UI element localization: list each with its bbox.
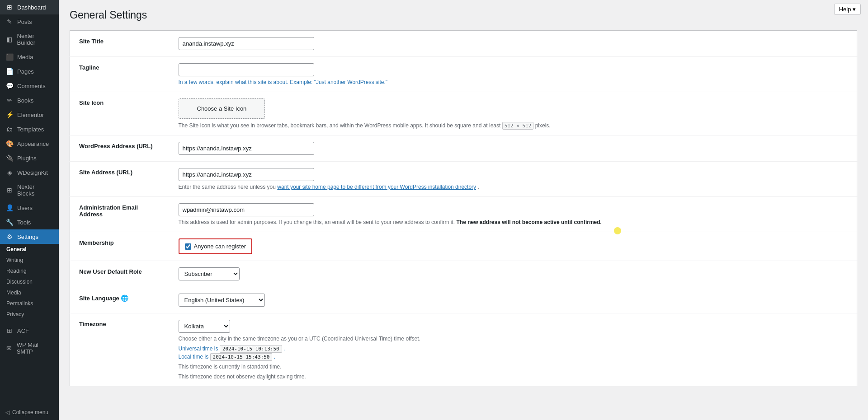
appearance-icon: 🎨: [5, 140, 14, 147]
sidebar-item-appearance[interactable]: 🎨 Appearance: [0, 136, 59, 151]
site-title-cell: [170, 31, 857, 57]
wp-address-label: WordPress Address (URL): [70, 135, 170, 162]
sidebar-item-label: Comments: [17, 83, 46, 89]
timezone-desc: Choose either a city in the same timezon…: [179, 336, 848, 342]
sidebar-item-nexter-builder[interactable]: ◧ Nexter Builder: [0, 29, 59, 50]
site-address-link[interactable]: want your site home page to be different…: [277, 184, 476, 190]
settings-submenu: General Writing Reading Discussion Media…: [0, 244, 59, 320]
collapse-menu-button[interactable]: ◁ Collapse menu: [0, 405, 59, 420]
site-language-label: Site Language 🌐: [70, 287, 170, 313]
membership-checkbox[interactable]: [185, 243, 191, 250]
site-icon-desc: The Site Icon is what you see in browser…: [179, 122, 848, 129]
wp-address-cell: [170, 135, 857, 162]
sidebar-item-plugins[interactable]: 🔌 Plugins: [0, 151, 59, 165]
sidebar-item-dashboard[interactable]: ⊞ Dashboard: [0, 0, 59, 14]
sidebar-item-books[interactable]: ✏ Books: [0, 93, 59, 107]
sidebar-item-posts[interactable]: ✎ Posts: [0, 14, 59, 29]
sidebar-item-label: Appearance: [17, 140, 49, 147]
settings-table: Site Title Tagline In a few words, expla…: [70, 30, 857, 387]
site-language-select[interactable]: English (United States) English (UK) Hin…: [179, 294, 265, 307]
main-content: General Settings Site Title Tagline In a…: [59, 0, 868, 420]
site-title-row: Site Title: [70, 31, 857, 57]
sidebar-item-label: Elementor: [17, 112, 44, 118]
site-icon-label: Site Icon: [70, 92, 170, 135]
site-address-label: Site Address (URL): [70, 162, 170, 197]
sidebar-item-label: Books: [17, 97, 33, 104]
topbar: Help ▾: [827, 0, 868, 19]
submenu-writing[interactable]: Writing: [0, 255, 59, 266]
sidebar-item-templates[interactable]: 🗂 Templates: [0, 122, 59, 136]
site-address-note: Enter the same address here unless you w…: [179, 184, 848, 190]
membership-box: Anyone can register: [179, 238, 253, 254]
site-address-input[interactable]: [179, 168, 314, 181]
sidebar-item-label: Templates: [17, 126, 44, 133]
sidebar-item-wp-mail-smtp[interactable]: ✉ WP Mail SMTP: [0, 338, 59, 359]
site-title-input[interactable]: [179, 37, 314, 50]
choose-site-icon-button[interactable]: Choose a Site Icon: [179, 98, 265, 119]
users-icon: 👤: [5, 204, 14, 211]
wp-mail-smtp-icon: ✉: [5, 345, 13, 352]
comments-icon: 💬: [5, 82, 14, 89]
sidebar-item-elementor[interactable]: ⚡ Elementor: [0, 107, 59, 122]
tagline-desc: In a few words, explain what this site i…: [179, 79, 848, 85]
sidebar-item-comments[interactable]: 💬 Comments: [0, 79, 59, 93]
universal-time-code: 2024-10-15 10:13:50: [220, 345, 282, 353]
wp-address-input[interactable]: [179, 142, 314, 155]
timezone-std-note1: This timezone is currently in standard t…: [179, 364, 848, 370]
admin-email-input[interactable]: [179, 203, 314, 216]
site-icon-size-code: 512 × 512: [502, 122, 534, 130]
submenu-discussion[interactable]: Discussion: [0, 276, 59, 287]
wdesignkit-icon: ◈: [5, 169, 14, 176]
acf-icon: ⊞: [5, 327, 14, 334]
sidebar-item-label: Settings: [17, 233, 38, 240]
site-icon-row: Site Icon Choose a Site Icon The Site Ic…: [70, 92, 857, 135]
submenu-reading[interactable]: Reading: [0, 266, 59, 276]
media-icon: ⬛: [5, 53, 14, 61]
admin-email-row: Administration Email Address This addres…: [70, 197, 857, 232]
sidebar-item-tools[interactable]: 🔧 Tools: [0, 215, 59, 229]
sidebar-item-settings[interactable]: ⚙ Settings: [0, 229, 59, 244]
sidebar-item-label: Pages: [17, 68, 34, 75]
submenu-general[interactable]: General: [0, 244, 59, 255]
local-time-code: 2024-10-15 15:43:50: [210, 353, 273, 361]
sidebar: ⊞ Dashboard ✎ Posts ◧ Nexter Builder ⬛ M…: [0, 0, 59, 420]
sidebar-item-label: Posts: [17, 19, 32, 25]
membership-checkbox-label[interactable]: Anyone can register: [194, 243, 246, 250]
settings-icon: ⚙: [5, 233, 14, 240]
tools-icon: 🔧: [5, 219, 14, 226]
help-button[interactable]: Help ▾: [834, 4, 861, 15]
sidebar-item-label: WDesignKit: [17, 169, 48, 176]
collapse-label: Collapse menu: [12, 409, 48, 415]
submenu-media[interactable]: Media: [0, 287, 59, 298]
sidebar-item-label: Tools: [17, 219, 31, 226]
membership-cell: Anyone can register: [170, 232, 857, 261]
timezone-label: Timezone: [70, 313, 170, 387]
admin-email-note: This address is used for admin purposes.…: [179, 219, 848, 225]
sidebar-item-label: Nexter Blocks: [17, 183, 53, 197]
collapse-icon: ◁: [5, 409, 9, 415]
timezone-std-note2: This timezone does not observe daylight …: [179, 373, 848, 380]
tagline-row: Tagline In a few words, explain what thi…: [70, 57, 857, 92]
timezone-select[interactable]: Kolkata UTC London New York: [179, 320, 230, 333]
sidebar-item-nexter-blocks[interactable]: ⊞ Nexter Blocks: [0, 180, 59, 201]
sidebar-item-label: Dashboard: [17, 4, 46, 11]
timezone-cell: Kolkata UTC London New York Choose eithe…: [170, 313, 857, 387]
sidebar-item-label: WP Mail SMTP: [17, 341, 53, 355]
new-user-role-row: New User Default Role Subscriber Contrib…: [70, 261, 857, 287]
new-user-role-select[interactable]: Subscriber Contributor Author Editor Adm…: [179, 267, 240, 280]
submenu-permalinks[interactable]: Permalinks: [0, 298, 59, 309]
membership-row: Membership Anyone can register: [70, 232, 857, 261]
elementor-icon: ⚡: [5, 111, 14, 118]
sidebar-item-users[interactable]: 👤 Users: [0, 201, 59, 215]
tagline-label: Tagline: [70, 57, 170, 92]
sidebar-item-wdesignkit[interactable]: ◈ WDesignKit: [0, 165, 59, 180]
sidebar-item-media[interactable]: ⬛ Media: [0, 50, 59, 64]
tagline-input[interactable]: [179, 63, 314, 76]
new-user-role-label: New User Default Role: [70, 261, 170, 287]
admin-email-cell: This address is used for admin purposes.…: [170, 197, 857, 232]
sidebar-item-acf[interactable]: ⊞ ACF: [0, 323, 59, 338]
new-user-role-cell: Subscriber Contributor Author Editor Adm…: [170, 261, 857, 287]
submenu-privacy[interactable]: Privacy: [0, 309, 59, 320]
sidebar-item-pages[interactable]: 📄 Pages: [0, 64, 59, 79]
plugins-icon: 🔌: [5, 154, 14, 162]
